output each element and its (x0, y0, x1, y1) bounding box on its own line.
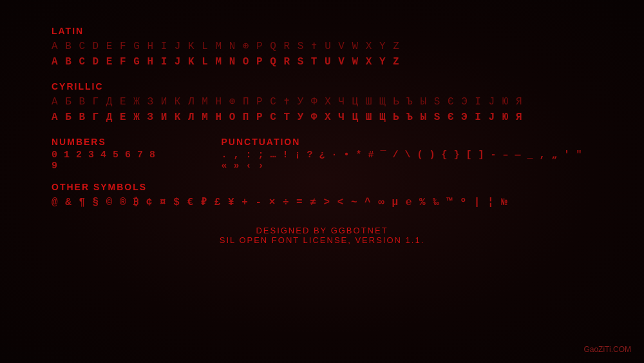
numbers-content: 0 1 2 3 4 5 6 7 8 9 (52, 150, 156, 172)
punctuation-title: PUNCTUATION (221, 137, 592, 147)
main-container: LATIN A B C D E F G H I J K L M N ⊕ P Q … (0, 0, 644, 363)
other-row: @ & ¶ § © ® ₿ ¢ ¤ $ € ₽ £ ¥ + - × ÷ = ≠ … (52, 195, 592, 210)
latin-title: LATIN (52, 26, 592, 36)
watermark: GaoZiTi.COM (583, 345, 631, 354)
numbers-section: NUMBERS 0 1 2 3 4 5 6 7 8 9 (52, 137, 156, 172)
cyrillic-row2: А Б В Г Д Е Ж З И К Л М Н О П Р С Т У Ф … (52, 110, 592, 125)
footer-line2: SIL OPEN FONT LICENSE, VERSION 1.1. (52, 235, 592, 245)
punctuation-content: . , : ; … ! ¡ ? ¿ · • * # ¯ / \ ( ) { } … (221, 150, 592, 172)
punctuation-section: PUNCTUATION . , : ; … ! ¡ ? ¿ · • * # ¯ … (221, 137, 592, 172)
other-section: OTHER SYMBOLS @ & ¶ § © ® ₿ ¢ ¤ $ € ₽ £ … (52, 182, 592, 210)
cyrillic-content: А Б В Г Д Е Ж З И К Л М Н ⊕ П Р С ✝ У Ф … (52, 94, 592, 125)
footer: DESIGNED BY GGBOTNET SIL OPEN FONT LICEN… (52, 226, 592, 245)
other-content: @ & ¶ § © ® ₿ ¢ ¤ $ € ₽ £ ¥ + - × ÷ = ≠ … (52, 195, 592, 210)
footer-line1: DESIGNED BY GGBOTNET (52, 226, 592, 235)
latin-row2: A B C D E F G H I J K L M N O P Q R S T … (52, 54, 592, 70)
cyrillic-title: CYRILLIC (52, 81, 592, 92)
other-title: OTHER SYMBOLS (52, 182, 592, 192)
numbers-title: NUMBERS (52, 137, 156, 147)
cyrillic-row1: А Б В Г Д Е Ж З И К Л М Н ⊕ П Р С ✝ У Ф … (52, 94, 592, 110)
cyrillic-section: CYRILLIC А Б В Г Д Е Ж З И К Л М Н ⊕ П Р… (52, 81, 592, 125)
latin-section: LATIN A B C D E F G H I J K L M N ⊕ P Q … (52, 26, 592, 70)
latin-row1: A B C D E F G H I J K L M N ⊕ P Q R S ✝ … (52, 39, 592, 54)
numbers-punctuation-row: NUMBERS 0 1 2 3 4 5 6 7 8 9 PUNCTUATION … (52, 137, 592, 172)
latin-content: A B C D E F G H I J K L M N ⊕ P Q R S ✝ … (52, 39, 592, 70)
